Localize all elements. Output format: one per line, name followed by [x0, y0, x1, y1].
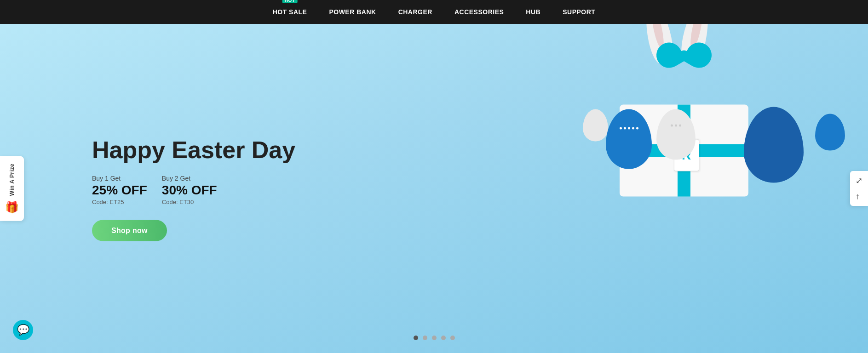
nav-item-support[interactable]: SUPPORT	[563, 6, 595, 18]
gift-icon: 🎁	[5, 200, 19, 213]
egg-white-small	[583, 109, 608, 142]
gift-bow	[656, 40, 712, 77]
egg-blue-far-right	[815, 114, 845, 151]
hero-title: Happy Easter Day	[92, 136, 295, 164]
slide-dot-5[interactable]	[450, 336, 455, 340]
egg-dots	[617, 127, 640, 130]
slide-dot-4[interactable]	[441, 336, 446, 340]
nav-item-accessories[interactable]: ACCESSORIES	[454, 6, 504, 18]
expand-button[interactable]: ⤢	[854, 175, 864, 187]
slide-dot-1[interactable]	[414, 336, 418, 340]
offer-2-discount: 30% OFF	[162, 183, 217, 198]
hot-badge: HOT	[282, 0, 298, 3]
main-nav: HOT HOT SALE POWER BANK CHARGER ACCESSOR…	[0, 0, 868, 24]
hero-image-area: R	[509, 40, 831, 325]
hero-section: Win A Prize 🎁 Happy Easter Day Buy 1 Get…	[0, 24, 868, 353]
nav-item-hub[interactable]: HUB	[526, 6, 540, 18]
offer-1-buy-label: Buy 1 Get	[92, 175, 147, 182]
slide-dots	[414, 336, 455, 340]
shop-now-button[interactable]: Shop now	[92, 220, 167, 241]
offer-2: Buy 2 Get 30% OFF Code: ET30	[162, 175, 217, 205]
scroll-up-button[interactable]: ↑	[854, 190, 864, 202]
offer-2-buy-label: Buy 2 Get	[162, 175, 217, 182]
offer-1-discount: 25% OFF	[92, 183, 147, 198]
hero-content: Happy Easter Day Buy 1 Get 25% OFF Code:…	[92, 136, 295, 241]
hero-offers: Buy 1 Get 25% OFF Code: ET25 Buy 2 Get 3…	[92, 175, 295, 205]
slide-dot-3[interactable]	[432, 336, 437, 340]
offer-2-code: Code: ET30	[162, 199, 217, 205]
nav-item-charger[interactable]: CHARGER	[398, 6, 432, 18]
edge-buttons: ⤢ ↑	[850, 171, 868, 206]
gift-box: R	[620, 59, 748, 197]
chat-button[interactable]: 💬	[13, 320, 33, 340]
slide-dot-2[interactable]	[423, 336, 427, 340]
egg-blue-right	[744, 107, 804, 183]
win-prize-widget[interactable]: Win A Prize 🎁	[0, 156, 24, 221]
offer-1-code: Code: ET25	[92, 199, 147, 205]
win-prize-label: Win A Prize	[9, 164, 15, 196]
nav-item-power-bank[interactable]: POWER BANK	[329, 6, 376, 18]
offer-1: Buy 1 Get 25% OFF Code: ET25	[92, 175, 147, 205]
chat-icon: 💬	[17, 324, 29, 336]
egg-dots-2	[665, 125, 688, 127]
nav-item-hot-sale[interactable]: HOT HOT SALE	[273, 6, 307, 18]
